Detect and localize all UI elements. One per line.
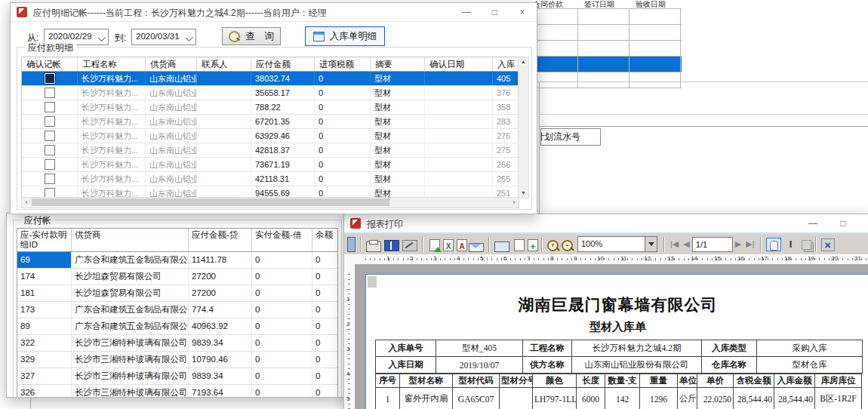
table-row[interactable]: 长沙万科魅力...山东南山铝业...42118.310型材265	[22, 172, 519, 186]
inbound-no-cell: 283	[493, 115, 519, 128]
report-titlebar[interactable]: 报表打印 — □ ×	[344, 214, 868, 233]
table-row[interactable]: 326长沙市三湘特种玻璃有限公司7193.6400	[17, 385, 337, 398]
contact-cell	[197, 86, 251, 100]
table-row[interactable]: 长沙万科魅力...山东南山铝业...38032.740型材405	[22, 72, 519, 86]
table-row[interactable]: 181长沙坦森贸易有限公司2720000	[17, 285, 337, 302]
ruler-number: 3	[433, 255, 436, 262]
table-row[interactable]	[527, 40, 682, 56]
tax-cell: 0	[315, 100, 371, 114]
info-cell: 山东南山铝业股份有限公司	[572, 357, 702, 374]
text-select-icon[interactable]	[784, 238, 798, 251]
close-button[interactable]: ×	[865, 217, 868, 230]
prev-page-icon[interactable]: ◀	[683, 239, 689, 249]
table-row[interactable]	[527, 56, 682, 72]
horizontal-scrollbar[interactable]: ‹ ›	[21, 197, 519, 208]
confirm-checkbox[interactable]	[45, 131, 55, 141]
table-row[interactable]: 329长沙市三湘特种玻璃有限公司10790.4600	[17, 352, 337, 368]
to-date-value: 2020/03/31	[136, 32, 180, 41]
hand-tool-icon[interactable]	[766, 238, 781, 251]
ruler-number: 16	[737, 255, 744, 262]
table-row[interactable]: 长沙万科魅力...山东南山铝业...67201.350型材283	[22, 115, 519, 129]
export-icon[interactable]	[429, 239, 440, 251]
project-cell: 长沙万科魅力...	[78, 100, 146, 114]
table-row[interactable]	[527, 8, 682, 24]
scroll-right-icon[interactable]: ›	[509, 198, 519, 208]
vertical-scrollbar[interactable]: ▲ ▼	[518, 57, 529, 198]
minimize-button[interactable]: —	[806, 217, 820, 230]
query-button[interactable]: 查 询	[222, 27, 281, 45]
table-row[interactable]: 89广东合和建筑五金制品有限公司40963.9200	[17, 318, 337, 335]
zoom-in-icon[interactable]	[547, 240, 559, 251]
table-row[interactable]	[527, 72, 682, 88]
project-cell: 长沙万科魅力...	[78, 72, 146, 85]
next-page-icon[interactable]: ▶	[735, 239, 741, 249]
settings-icon[interactable]	[402, 240, 417, 251]
scroll-up-icon[interactable]: ▲	[519, 57, 528, 66]
copy-icon[interactable]	[804, 242, 814, 252]
detail-titlebar[interactable]: 应付明细记帐------当前工程：长沙万科魅力之城4.2期------当前用户：…	[11, 3, 537, 22]
last-page-icon[interactable]: ▶|	[746, 239, 754, 249]
close-preview-icon[interactable]	[821, 238, 835, 251]
close-button[interactable]: ×	[516, 5, 529, 19]
confirm-checkbox[interactable]	[45, 145, 55, 155]
minimize-button[interactable]: —	[460, 5, 473, 19]
table-cell: 27200	[189, 269, 252, 284]
serial-number-field[interactable]: 计划流水号	[540, 128, 601, 146]
print-setup-icon[interactable]	[494, 241, 509, 252]
scrollbar-thumb[interactable]	[32, 198, 389, 206]
column-header: 含税金额	[734, 374, 774, 388]
table-cell: 0	[312, 285, 338, 301]
ruler-number: 4	[346, 371, 349, 377]
table-row[interactable]: 长沙万科魅力...山东南山铝业...73671.190型材266	[22, 158, 519, 172]
scroll-down-icon[interactable]: ▼	[519, 189, 528, 198]
table-cell: 181	[17, 285, 72, 301]
table-cell: 广东合和建筑五金制品有限公司	[72, 252, 189, 268]
ruler-number: 1	[346, 296, 349, 303]
excel-export-icon[interactable]	[443, 239, 454, 251]
confirm-checkbox[interactable]	[45, 174, 55, 184]
single-page-icon[interactable]	[514, 239, 525, 251]
horizontal-ruler: 123456789101112131415161718192021	[344, 254, 868, 265]
payables-table-header: 应-实付款明细ID供货商应付金额-贷实付金额-借余额	[17, 229, 337, 252]
table-row[interactable]: 69广东合和建筑五金制品有限公司11411.7800	[17, 252, 337, 269]
confirm-checkbox[interactable]	[45, 73, 55, 84]
table-row[interactable]	[527, 24, 682, 40]
confirm-checkbox[interactable]	[45, 88, 55, 98]
confirm-date-cell	[425, 100, 493, 114]
column-header: 应付金额	[251, 57, 315, 71]
multi-page-icon[interactable]	[528, 239, 538, 251]
scroll-left-icon[interactable]: ‹	[22, 198, 31, 208]
chevron-down-icon[interactable]	[645, 237, 657, 251]
table-row[interactable]: 长沙万科魅力...山东南山铝业...63929.460型材276	[22, 129, 519, 143]
document-icon	[313, 32, 325, 42]
table-row[interactable]: 长沙万科魅力...山东南山铝业...42818.370型材275	[22, 143, 519, 158]
zoom-out-icon[interactable]	[562, 240, 573, 251]
table-row[interactable]: 长沙万科魅力...山东南山铝业...35658.170型材376	[22, 86, 519, 100]
confirm-checkbox[interactable]	[45, 116, 55, 127]
inbound-detail-button[interactable]: 入库单明细	[305, 26, 385, 46]
table-row[interactable]: 173广东合和建筑五金制品有限公司774.400	[17, 302, 337, 318]
page-indicator[interactable]: 1/1	[692, 237, 733, 252]
table-cell: 329	[17, 352, 72, 367]
maximize-button[interactable]: □	[488, 5, 501, 19]
table-row[interactable]: 322长沙市三湘特种玻璃有限公司9839.3400	[17, 335, 337, 352]
table-row[interactable]: 长沙万科魅力...山东南山铝业...788.220型材358	[22, 100, 519, 115]
first-page-icon[interactable]: |◀	[670, 239, 679, 249]
table-row[interactable]: 174长沙坦森贸易有限公司2720000	[17, 269, 337, 285]
table-cell: 0	[252, 269, 312, 284]
confirm-checkbox[interactable]	[45, 102, 55, 112]
maximize-button[interactable]: □	[836, 217, 850, 230]
pdf-export-icon[interactable]	[457, 239, 467, 251]
tax-cell: 0	[315, 143, 371, 157]
to-date-combo[interactable]: 2020/03/31	[131, 29, 196, 45]
print-icon[interactable]	[366, 241, 381, 252]
zoom-level-combo[interactable]: 100%	[577, 236, 657, 252]
table-row[interactable]: 327长沙市三湘特种玻璃有限公司9839.3400	[17, 368, 337, 385]
inbound-no-cell: 376	[493, 86, 519, 100]
ruler-number: 13	[667, 255, 674, 262]
book-icon[interactable]	[384, 240, 399, 251]
confirm-checkbox[interactable]	[45, 159, 55, 170]
panel-icon[interactable]	[347, 237, 356, 252]
info-cell: 型材_405	[436, 340, 523, 357]
mail-icon[interactable]	[469, 243, 484, 252]
